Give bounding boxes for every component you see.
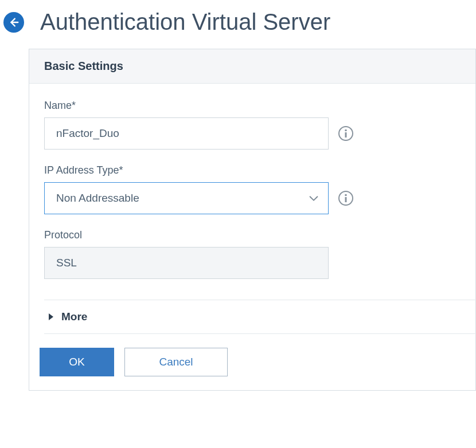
panel-title: Basic Settings [44,60,461,73]
protocol-value: SSL [44,247,329,279]
svg-point-1 [345,129,347,132]
panel-header: Basic Settings [29,49,475,84]
name-input[interactable] [44,117,329,150]
protocol-label: Protocol [44,229,461,241]
more-label: More [61,311,87,323]
basic-settings-panel: Basic Settings Name* IP Address Type* [29,49,476,391]
expand-right-icon [48,313,54,321]
back-arrow-icon [7,16,20,29]
svg-rect-5 [345,197,347,202]
ip-type-info-icon[interactable] [338,190,354,206]
ip-type-select[interactable]: Non Addressable [44,182,329,214]
ip-type-value: Non Addressable [56,192,139,205]
ok-button[interactable]: OK [40,348,114,376]
info-icon [338,125,354,142]
page-title: Authentication Virtual Server [40,9,330,35]
name-label: Name* [44,100,461,112]
ip-type-label: IP Address Type* [44,164,461,176]
chevron-down-icon [307,192,320,205]
name-info-icon[interactable] [338,125,354,142]
more-expander[interactable]: More [44,300,476,334]
svg-rect-2 [345,132,347,137]
back-button[interactable] [3,12,24,33]
info-icon [338,190,354,206]
cancel-button[interactable]: Cancel [124,348,228,376]
svg-point-4 [345,194,347,197]
